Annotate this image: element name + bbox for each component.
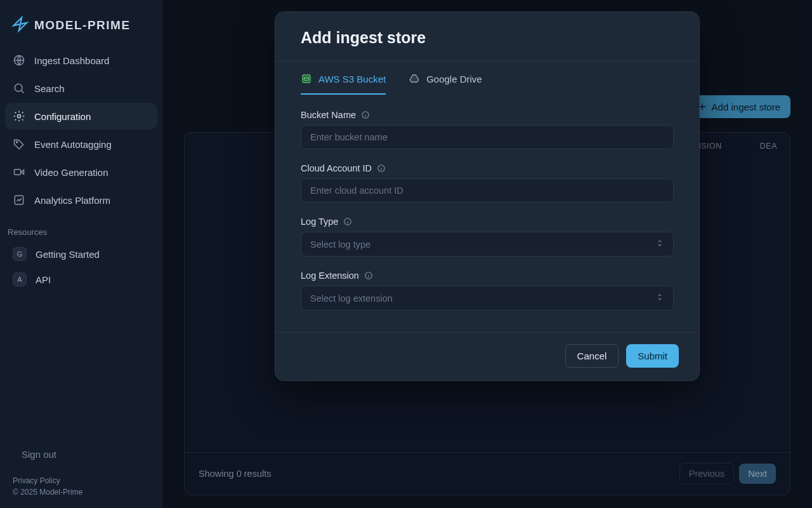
tab-aws-s3-bucket[interactable]: AWS S3 Bucket	[301, 73, 386, 95]
resources-item-label: API	[36, 274, 51, 285]
svg-rect-4	[15, 170, 21, 175]
privacy-policy-link[interactable]: Privacy Policy	[13, 475, 150, 486]
info-icon[interactable]	[361, 110, 370, 119]
sidebar-item-search[interactable]: Search	[5, 75, 157, 102]
badge-letter-icon: G	[13, 247, 27, 261]
log-extension-label: Log Extension	[301, 271, 359, 281]
badge-letter-icon: A	[13, 272, 27, 286]
brand[interactable]: MODEL-PRIME	[5, 6, 157, 47]
sidebar-item-analytics-platform[interactable]: Analytics Platform	[5, 187, 157, 213]
sidebar-item-video-generation[interactable]: Video Generation	[5, 159, 157, 185]
sidebar-item-ingest-dashboard[interactable]: Ingest Dashboard	[5, 47, 157, 74]
modal-tabs: AWS S3 Bucket Google Drive	[275, 62, 699, 95]
sidebar-item-label: Search	[34, 83, 65, 94]
sidebar: MODEL-PRIME Ingest Dashboard Search Conf…	[0, 0, 162, 508]
field-log-extension: Log Extension Select log extension	[301, 271, 674, 311]
chevron-up-down-icon	[655, 239, 664, 250]
brand-logo-icon	[11, 15, 29, 36]
log-type-label: Log Type	[301, 217, 338, 227]
info-icon[interactable]	[377, 164, 386, 173]
sidebar-item-label: Configuration	[34, 111, 91, 122]
sign-out-button[interactable]: Sign out	[5, 443, 157, 466]
bucket-name-label: Bucket Name	[301, 110, 356, 120]
close-icon[interactable]	[666, 29, 678, 44]
field-bucket-name: Bucket Name	[301, 110, 674, 149]
svg-point-3	[16, 142, 18, 143]
brand-name: MODEL-PRIME	[34, 18, 131, 32]
sidebar-item-configuration[interactable]: Configuration	[5, 103, 157, 130]
sidebar-item-event-autotagging[interactable]: Event Autotagging	[5, 131, 157, 157]
gear-icon	[13, 110, 25, 123]
tab-label: Google Drive	[426, 74, 482, 84]
aws-s3-icon	[301, 73, 312, 84]
modal-title: Add ingest store	[301, 29, 426, 47]
tag-icon	[13, 138, 25, 150]
log-extension-select[interactable]: Select log extension	[301, 286, 674, 311]
cloud-account-id-label: Cloud Account ID	[301, 163, 372, 173]
chevron-up-down-icon	[655, 293, 664, 304]
sidebar-item-label: Ingest Dashboard	[34, 55, 109, 66]
field-cloud-account-id: Cloud Account ID	[301, 163, 674, 203]
sign-out-label: Sign out	[22, 449, 56, 460]
log-extension-placeholder: Select log extension	[310, 293, 393, 304]
copyright-text: © 2025 Model-Prime	[13, 486, 150, 498]
main-content: ow deactivated Add ingest store LOG EXTE…	[162, 0, 812, 508]
sidebar-item-label: Event Autotagging	[34, 139, 112, 150]
chart-icon	[13, 194, 25, 206]
info-icon[interactable]	[343, 217, 352, 226]
cloud-account-id-input[interactable]	[301, 178, 674, 203]
svg-point-2	[18, 115, 21, 118]
sidebar-item-label: Analytics Platform	[34, 195, 110, 206]
main-nav: Ingest Dashboard Search Configuration Ev…	[5, 47, 157, 213]
sidebar-item-label: Video Generation	[34, 167, 108, 178]
add-ingest-store-modal: Add ingest store AWS S3 Bucket Google D	[275, 11, 700, 381]
resources-nav: G Getting Started A API	[5, 242, 157, 291]
info-icon[interactable]	[364, 271, 373, 280]
globe-icon	[13, 54, 25, 67]
field-log-type: Log Type Select log type	[301, 217, 674, 257]
log-type-select[interactable]: Select log type	[301, 232, 674, 257]
search-icon	[13, 82, 25, 95]
tab-label: AWS S3 Bucket	[318, 74, 386, 84]
log-type-placeholder: Select log type	[310, 239, 370, 250]
resources-item-api[interactable]: A API	[5, 267, 157, 291]
bucket-name-input[interactable]	[301, 125, 674, 149]
submit-button[interactable]: Submit	[626, 344, 679, 368]
svg-point-1	[15, 84, 22, 91]
tab-google-drive[interactable]: Google Drive	[409, 73, 482, 95]
video-icon	[13, 166, 25, 178]
resources-item-getting-started[interactable]: G Getting Started	[5, 242, 157, 266]
google-drive-icon	[409, 73, 420, 84]
resources-section-label: Resources	[5, 213, 157, 242]
resources-item-label: Getting Started	[36, 249, 100, 260]
cancel-button[interactable]: Cancel	[565, 344, 619, 368]
